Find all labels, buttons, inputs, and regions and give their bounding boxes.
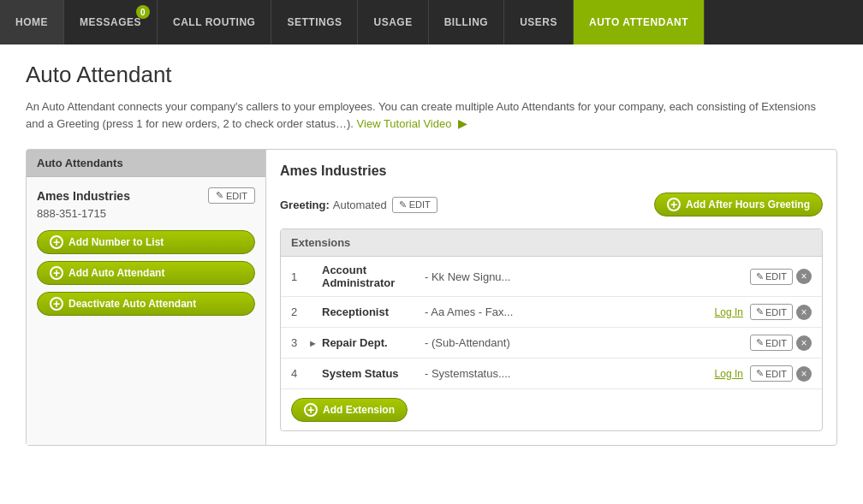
ext-name-1: Account Administrator	[322, 264, 425, 289]
extensions-header: Extensions	[281, 229, 822, 257]
extensions-box: Extensions 1 Account Administrator - Kk …	[280, 228, 823, 431]
ext-edit-button-3[interactable]: ✎ EDIT	[750, 335, 793, 351]
x-icon-2: ×	[801, 306, 806, 318]
tutorial-link[interactable]: View Tutorial Video	[357, 117, 452, 130]
table-row: 2 Receptionist - Aa Ames - Fax... Log In…	[281, 297, 822, 328]
greeting-edit-button[interactable]: ✎ EDIT	[392, 197, 437, 213]
plus-icon-ext: +	[304, 403, 318, 417]
ext-num-2: 2	[291, 305, 308, 318]
expand-placeholder-2	[308, 307, 322, 317]
attendant-name-row: Ames Industries ✎ EDIT	[37, 187, 255, 204]
sidebar: Auto Attendants Ames Industries ✎ EDIT 8…	[27, 150, 266, 445]
nav-messages[interactable]: MESSAGES 0	[64, 0, 158, 44]
ext-remove-button-1[interactable]: ×	[796, 269, 812, 284]
expand-placeholder-1	[308, 271, 322, 282]
greeting-value: Automated	[333, 199, 387, 211]
ext-login-link-2[interactable]: Log In	[715, 306, 743, 318]
ext-detail-4: - Systemstatus....	[425, 367, 715, 380]
ext-num-4: 4	[291, 367, 308, 380]
plus-icon: +	[50, 235, 63, 249]
right-content: Ames Industries Greeting: Automated ✎ ED…	[266, 150, 836, 445]
main-layout: Auto Attendants Ames Industries ✎ EDIT 8…	[26, 149, 837, 446]
sidebar-header: Auto Attendants	[27, 150, 265, 177]
plus-icon-hours: +	[667, 198, 681, 211]
sidebar-body: Ames Industries ✎ EDIT 888-351-1715 + Ad…	[27, 177, 265, 333]
ext-actions-2: Log In ✎ EDIT ×	[715, 304, 812, 320]
add-after-hours-button[interactable]: + Add After Hours Greeting	[654, 193, 823, 216]
add-number-button[interactable]: + Add Number to List	[37, 230, 255, 254]
ext-num-1: 1	[291, 270, 308, 283]
messages-badge: 0	[136, 5, 150, 19]
add-extension-button[interactable]: + Add Extension	[291, 398, 408, 422]
table-row: 1 Account Administrator - Kk New Signu..…	[281, 257, 822, 297]
greeting-left: Greeting: Automated ✎ EDIT	[280, 197, 437, 213]
ext-login-link-4[interactable]: Log In	[715, 368, 743, 380]
nav-call-routing[interactable]: CALL ROUTING	[158, 0, 271, 44]
ext-detail-3: - (Sub-Attendant)	[425, 336, 750, 349]
x-icon-3: ×	[801, 337, 806, 349]
deactivate-attendant-button[interactable]: + Deactivate Auto Attendant	[37, 292, 255, 316]
table-row: 3 ► Repair Dept. - (Sub-Attendant) ✎ EDI…	[281, 328, 822, 359]
ext-remove-button-3[interactable]: ×	[796, 335, 812, 351]
tutorial-arrow: ▶	[458, 117, 467, 130]
expand-icon-3[interactable]: ►	[308, 338, 322, 348]
add-extension-row: + Add Extension	[281, 389, 822, 430]
pencil-icon-greeting: ✎	[399, 199, 407, 210]
nav-billing[interactable]: BILLING	[429, 0, 505, 44]
pencil-icon: ✎	[216, 190, 223, 201]
pencil-icon-ext4: ✎	[756, 368, 764, 379]
ext-edit-button-4[interactable]: ✎ EDIT	[750, 365, 793, 382]
attendant-name-label: Ames Industries	[37, 189, 130, 203]
pencil-icon-ext2: ✎	[756, 306, 764, 317]
ext-detail-2: - Aa Ames - Fax...	[425, 305, 715, 318]
nav-usage[interactable]: USAGE	[358, 0, 428, 44]
greeting-label: Greeting:	[280, 199, 330, 211]
ext-actions-3: ✎ EDIT ×	[750, 335, 812, 351]
ext-actions-4: Log In ✎ EDIT ×	[715, 365, 812, 382]
ext-remove-button-2[interactable]: ×	[796, 305, 812, 320]
greeting-bar: Greeting: Automated ✎ EDIT + Add After H…	[280, 193, 823, 216]
add-auto-attendant-button[interactable]: + Add Auto Attendant	[37, 261, 255, 285]
ext-detail-1: - Kk New Signu...	[425, 270, 750, 283]
nav-users[interactable]: USERS	[504, 0, 574, 44]
nav-settings[interactable]: SETTINGS	[271, 0, 358, 44]
ext-edit-button-2[interactable]: ✎ EDIT	[750, 304, 793, 320]
main-attendant-title: Ames Industries	[280, 163, 823, 179]
top-navigation: HOME MESSAGES 0 CALL ROUTING SETTINGS US…	[0, 0, 863, 44]
page-description: An Auto Attendant connects your company'…	[26, 98, 837, 132]
ext-edit-button-1[interactable]: ✎ EDIT	[750, 269, 793, 285]
ext-name-3: Repair Dept.	[322, 336, 425, 349]
plus-icon-3: +	[50, 297, 63, 311]
ext-remove-button-4[interactable]: ×	[796, 366, 812, 382]
ext-actions-1: ✎ EDIT ×	[750, 269, 812, 285]
plus-icon-2: +	[50, 266, 63, 280]
pencil-icon-ext3: ✎	[756, 337, 764, 348]
nav-auto-attendant[interactable]: AUTO ATTENDANT	[574, 0, 705, 44]
pencil-icon-ext1: ✎	[756, 271, 764, 282]
table-row: 4 System Status - Systemstatus.... Log I…	[281, 359, 822, 389]
x-icon-4: ×	[801, 368, 806, 380]
expand-placeholder-4	[308, 369, 322, 379]
ext-name-2: Receptionist	[322, 305, 425, 318]
nav-home[interactable]: HOME	[0, 0, 64, 44]
page-title: Auto Attendant	[26, 62, 837, 88]
ext-num-3: 3	[291, 336, 308, 349]
page-content: Auto Attendant An Auto Attendant connect…	[0, 44, 863, 504]
phone-number: 888-351-1715	[37, 207, 255, 220]
attendant-edit-button[interactable]: ✎ EDIT	[208, 187, 255, 204]
x-icon-1: ×	[801, 270, 806, 282]
ext-name-4: System Status	[322, 367, 425, 380]
